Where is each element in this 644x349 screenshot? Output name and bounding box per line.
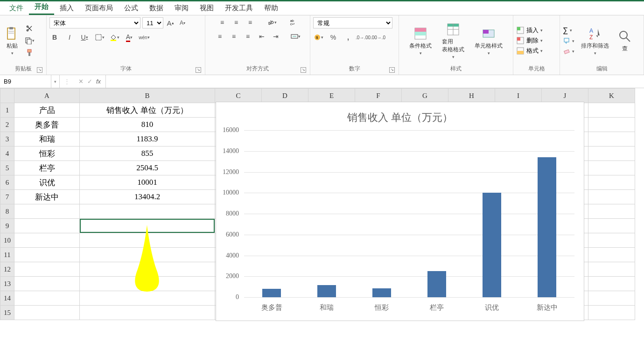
cell-B3[interactable]: 1183.9: [80, 132, 215, 147]
fill-color-button[interactable]: ▾: [109, 32, 119, 42]
chart-bar[interactable]: [262, 289, 281, 297]
fill-button[interactable]: ▾: [563, 37, 574, 45]
bold-button[interactable]: B: [49, 32, 60, 42]
decrease-decimal-button[interactable]: .00→.0: [373, 32, 383, 42]
cell-B2[interactable]: 810: [80, 118, 215, 132]
row-header-10[interactable]: 10: [0, 233, 14, 248]
copy-button[interactable]: ▾: [24, 35, 35, 46]
cell-A7[interactable]: 新达中: [14, 190, 80, 204]
font-color-button[interactable]: A▾: [124, 32, 134, 42]
insert-cells-button[interactable]: 插入▾: [516, 26, 557, 35]
number-format-select[interactable]: 常规: [313, 17, 392, 28]
cell-K9[interactable]: [588, 219, 635, 233]
row-header-1[interactable]: 1: [0, 103, 14, 118]
enter-formula-button[interactable]: ✓: [87, 78, 92, 85]
dialog-launcher-icon[interactable]: ↘: [196, 67, 201, 73]
cell-A11[interactable]: [14, 248, 80, 262]
font-size-select[interactable]: 11: [142, 17, 163, 28]
cell-K10[interactable]: [588, 233, 635, 248]
col-header-E[interactable]: E: [308, 89, 355, 103]
format-painter-button[interactable]: [24, 48, 35, 58]
chart-bar[interactable]: [317, 285, 336, 297]
col-header-D[interactable]: D: [262, 89, 308, 103]
col-header-G[interactable]: G: [402, 89, 448, 103]
cell-B12[interactable]: [80, 262, 215, 277]
chart-bar[interactable]: [483, 193, 501, 297]
clear-button[interactable]: ▾: [563, 48, 574, 55]
formula-input[interactable]: [106, 75, 644, 88]
cell-K6[interactable]: [588, 175, 635, 190]
format-table-button[interactable]: 套用表格格式▾: [440, 21, 466, 60]
cell-A14[interactable]: [14, 291, 80, 306]
cell-K11[interactable]: [588, 248, 635, 262]
cell-B6[interactable]: 10001: [80, 175, 215, 190]
cell-B11[interactable]: [80, 248, 215, 262]
decrease-font-button[interactable]: A▾: [177, 18, 188, 28]
align-top-button[interactable]: ≡: [217, 17, 227, 28]
cell-K3[interactable]: [588, 132, 635, 147]
dialog-launcher-icon[interactable]: ↘: [389, 67, 395, 73]
cell-A1[interactable]: 产品: [14, 103, 80, 118]
cell-B13[interactable]: [80, 277, 215, 291]
tab-home[interactable]: 开始: [29, 0, 54, 15]
cell-K2[interactable]: [588, 118, 635, 132]
italic-button[interactable]: I: [64, 32, 75, 42]
row-header-7[interactable]: 7: [0, 190, 14, 204]
decrease-indent-button[interactable]: ⇤: [257, 31, 267, 42]
cell-A6[interactable]: 识优: [14, 175, 80, 190]
align-middle-button[interactable]: ≡: [231, 17, 241, 28]
underline-button[interactable]: U▾: [79, 32, 90, 42]
worksheet-area[interactable]: ABCDEFGHIJK1产品销售收入 单位（万元）2奥多普8103和瑞1183.…: [0, 88, 644, 349]
select-all-corner[interactable]: [0, 89, 14, 103]
currency-button[interactable]: $▾: [313, 32, 323, 42]
cell-A10[interactable]: [14, 233, 80, 248]
cell-styles-button[interactable]: 单元格样式▾: [473, 25, 504, 56]
border-button[interactable]: ▾: [94, 32, 105, 42]
col-header-B[interactable]: B: [80, 89, 215, 103]
tab-file[interactable]: 文件: [4, 1, 29, 15]
embedded-chart[interactable]: 销售收入 单位（万元） 0200040006000800010000120001…: [216, 102, 584, 321]
format-cells-button[interactable]: 格式▾: [516, 47, 557, 55]
cell-B8[interactable]: [80, 204, 215, 219]
cell-B14[interactable]: [80, 291, 215, 306]
cell-A9[interactable]: [14, 219, 80, 233]
col-header-J[interactable]: J: [542, 89, 588, 103]
tab-insert[interactable]: 插入: [54, 1, 79, 15]
align-center-button[interactable]: ≡: [229, 31, 239, 42]
col-header-H[interactable]: H: [448, 89, 495, 103]
merge-button[interactable]: ▾: [290, 31, 301, 42]
row-header-15[interactable]: 15: [0, 306, 14, 320]
cancel-formula-button[interactable]: ✕: [78, 78, 84, 85]
cell-K1[interactable]: [588, 103, 635, 118]
cell-K8[interactable]: [588, 204, 635, 219]
increase-decimal-button[interactable]: .0→.00: [358, 32, 368, 42]
row-header-8[interactable]: 8: [0, 204, 14, 219]
font-name-select[interactable]: 宋体: [49, 17, 140, 28]
find-button[interactable]: 查: [616, 28, 634, 54]
delete-cells-button[interactable]: 删除▾: [516, 36, 557, 45]
row-header-12[interactable]: 12: [0, 262, 14, 277]
cell-K14[interactable]: [588, 291, 635, 306]
row-header-4[interactable]: 4: [0, 147, 14, 161]
row-header-11[interactable]: 11: [0, 248, 14, 262]
cell-B15[interactable]: [80, 306, 215, 320]
cell-K12[interactable]: [588, 262, 635, 277]
tab-help[interactable]: 帮助: [259, 1, 284, 15]
cell-K5[interactable]: [588, 161, 635, 175]
tab-review[interactable]: 审阅: [169, 1, 194, 15]
row-header-6[interactable]: 6: [0, 175, 14, 190]
col-header-I[interactable]: I: [495, 89, 542, 103]
insert-function-button[interactable]: fx: [96, 78, 101, 85]
align-right-button[interactable]: ≡: [243, 31, 253, 42]
cell-K7[interactable]: [588, 190, 635, 204]
dialog-launcher-icon[interactable]: ↘: [37, 67, 42, 73]
tab-formulas[interactable]: 公式: [119, 1, 144, 15]
tab-pagelayout[interactable]: 页面布局: [79, 1, 119, 15]
tab-view[interactable]: 视图: [194, 1, 219, 15]
sort-filter-button[interactable]: AZ 排序和筛选▾: [579, 25, 611, 56]
comma-button[interactable]: ,: [343, 32, 353, 42]
cell-B4[interactable]: 855: [80, 147, 215, 161]
percent-button[interactable]: %: [328, 32, 338, 42]
cell-K4[interactable]: [588, 147, 635, 161]
align-bottom-button[interactable]: ≡: [245, 17, 255, 28]
